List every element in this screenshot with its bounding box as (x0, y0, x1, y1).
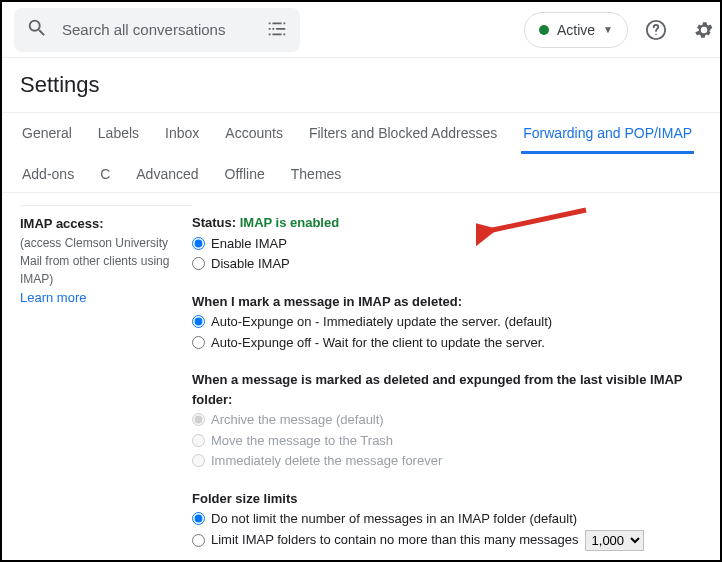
folder-limit-label: Limit IMAP folders to contain no more th… (211, 530, 579, 550)
search-icon (26, 17, 48, 43)
status-prefix: Status: (192, 215, 236, 230)
help-button[interactable] (636, 10, 676, 50)
auto-expunge-off-label: Auto-Expunge off - Wait for the client t… (211, 333, 545, 353)
search-box[interactable] (14, 8, 300, 52)
tab-advanced[interactable]: Advanced (134, 154, 200, 192)
settings-content: IMAP access: (access Clemson University … (2, 193, 720, 562)
auto-expunge-on-option[interactable]: Auto-Expunge on - Immediately update the… (192, 312, 702, 332)
imap-access-desc: (access Clemson University Mail from oth… (20, 234, 182, 288)
folder-limit-select[interactable]: 1,000 (585, 530, 644, 551)
learn-more-link[interactable]: Learn more (20, 288, 182, 308)
expunge-trash-option: Move the message to the Trash (192, 431, 702, 451)
expunge-delete-label: Immediately delete the message forever (211, 451, 442, 471)
tab-inbox[interactable]: Inbox (163, 113, 201, 154)
expunge-heading: When a message is marked as deleted and … (192, 370, 702, 409)
active-dot-icon (539, 25, 549, 35)
deleted-heading: When I mark a message in IMAP as deleted… (192, 292, 702, 312)
disable-imap-option[interactable]: Disable IMAP (192, 254, 702, 274)
expunge-trash-radio (192, 434, 205, 447)
folder-heading: Folder size limits (192, 489, 702, 509)
svg-point-1 (655, 33, 656, 34)
tab-general[interactable]: General (20, 113, 74, 154)
imap-status-line: Status: IMAP is enabled (192, 213, 702, 233)
expunge-delete-option: Immediately delete the message forever (192, 451, 702, 471)
enable-imap-label: Enable IMAP (211, 234, 287, 254)
expunge-archive-label: Archive the message (default) (211, 410, 384, 430)
enable-imap-option[interactable]: Enable IMAP (192, 234, 702, 254)
tab-themes[interactable]: Themes (289, 154, 344, 192)
settings-tabs: General Labels Inbox Accounts Filters an… (2, 112, 720, 193)
folder-limit-section: Folder size limits Do not limit the numb… (192, 489, 702, 551)
search-input[interactable] (60, 20, 254, 39)
chevron-down-icon: ▼ (603, 24, 613, 35)
enable-imap-radio[interactable] (192, 237, 205, 250)
expunge-delete-radio (192, 454, 205, 467)
topbar: Active ▼ (2, 2, 720, 58)
folder-unlimited-option[interactable]: Do not limit the number of messages in a… (192, 509, 702, 529)
auto-expunge-on-label: Auto-Expunge on - Immediately update the… (211, 312, 552, 332)
folder-unlimited-radio[interactable] (192, 512, 205, 525)
imap-access-heading: IMAP access: (20, 214, 182, 234)
filter-options-icon[interactable] (266, 17, 288, 43)
tab-addons[interactable]: Add-ons (20, 154, 76, 192)
imap-settings-column: Status: IMAP is enabled Enable IMAP Disa… (192, 207, 702, 562)
disable-imap-radio[interactable] (192, 257, 205, 270)
deleted-section: When I mark a message in IMAP as deleted… (192, 292, 702, 353)
disable-imap-label: Disable IMAP (211, 254, 290, 274)
status-pill[interactable]: Active ▼ (524, 12, 628, 48)
auto-expunge-on-radio[interactable] (192, 315, 205, 328)
expunge-archive-option: Archive the message (default) (192, 410, 702, 430)
status-value: IMAP is enabled (240, 215, 339, 230)
auto-expunge-off-radio[interactable] (192, 336, 205, 349)
settings-gear-button[interactable] (684, 10, 722, 50)
tab-filters[interactable]: Filters and Blocked Addresses (307, 113, 499, 154)
tab-forwarding-pop-imap[interactable]: Forwarding and POP/IMAP (521, 113, 694, 154)
expunge-section: When a message is marked as deleted and … (192, 370, 702, 471)
tab-cutoff[interactable]: C (98, 154, 112, 192)
tab-accounts[interactable]: Accounts (223, 113, 285, 154)
expunge-archive-radio (192, 413, 205, 426)
section-label-column: IMAP access: (access Clemson University … (20, 205, 192, 562)
tab-offline[interactable]: Offline (223, 154, 267, 192)
folder-limit-option[interactable]: Limit IMAP folders to contain no more th… (192, 530, 702, 551)
page-title: Settings (2, 58, 720, 112)
folder-limit-radio[interactable] (192, 534, 205, 547)
auto-expunge-off-option[interactable]: Auto-Expunge off - Wait for the client t… (192, 333, 702, 353)
folder-unlimited-label: Do not limit the number of messages in a… (211, 509, 577, 529)
tab-labels[interactable]: Labels (96, 113, 141, 154)
status-label: Active (557, 22, 595, 38)
expunge-trash-label: Move the message to the Trash (211, 431, 393, 451)
